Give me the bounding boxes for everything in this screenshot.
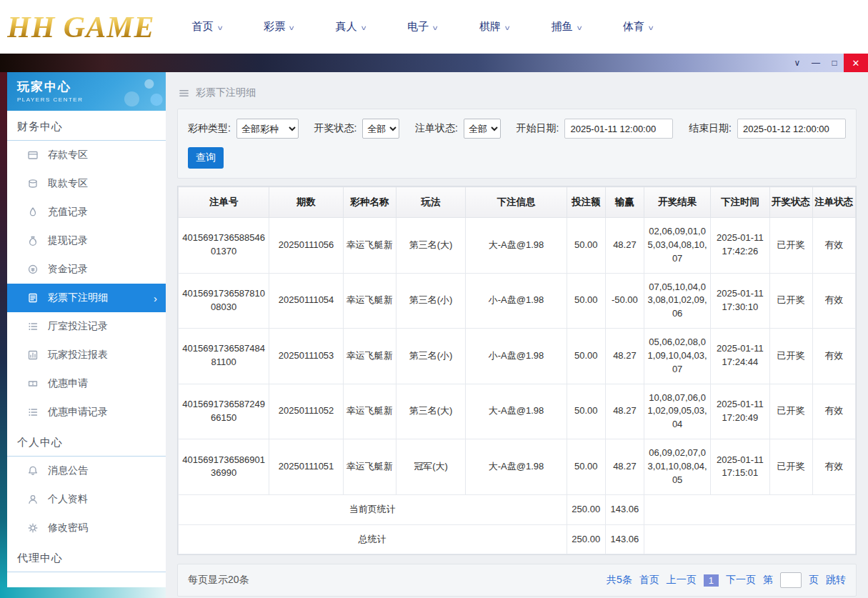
draw-status-select[interactable]: 全部 [362, 119, 399, 139]
sidebar-item-withdraw-zone[interactable]: 取款专区 [7, 169, 166, 198]
summary-bet-amount: 250.00 [567, 494, 605, 524]
column-header: 下注信息 [466, 187, 567, 218]
current-page[interactable]: 1 [704, 574, 719, 587]
cell-order-id: 401569173658690136990 [179, 439, 269, 495]
sidebar-sections: 财务中心存款专区取款专区充值记录提现记录资金记录彩票下注明细›厅室投注记录玩家投… [7, 111, 166, 572]
summary-row: 总统计250.00143.06 [179, 524, 856, 554]
cell-bet-time: 2025-01-11 17:24:44 [711, 329, 769, 384]
window-menu-icon[interactable]: ∨ [788, 54, 807, 72]
nav-item-fishing[interactable]: 捕鱼∨ [552, 20, 582, 34]
cell-win-loss: 48.27 [605, 329, 644, 384]
cell-win-loss: 48.27 [605, 384, 644, 439]
first-page-link[interactable]: 首页 [639, 574, 659, 587]
window-titlebar: ∨ — □ ✕ [0, 54, 868, 72]
search-button[interactable]: 查询 [188, 147, 224, 169]
minimize-button[interactable]: — [807, 54, 825, 72]
bet-detail-table-wrap: 注单号期数彩种名称玩法下注信息投注额输赢开奖结果下注时间开奖状态注单状态 401… [177, 186, 857, 555]
cell-period: 20250111052 [269, 384, 343, 439]
nav-item-lottery[interactable]: 彩票∨ [264, 20, 294, 34]
summary-row: 当前页统计250.00143.06 [179, 494, 856, 524]
sidebar-item-hall-bet-record[interactable]: 厅室投注记录 [7, 312, 166, 341]
sidebar-item-funds-record[interactable]: 资金记录 [7, 255, 166, 284]
gear-icon [27, 522, 39, 534]
breadcrumb: 彩票下注明细 [166, 72, 868, 109]
cell-bet-info: 大-A盘@1.98 [466, 384, 567, 439]
nav-item-label: 首页 [192, 20, 214, 34]
nav-item-electronic[interactable]: 电子∨ [407, 20, 438, 34]
chevron-down-icon: ∨ [432, 24, 439, 31]
cell-period: 20250111051 [269, 439, 343, 495]
order-status-select[interactable]: 全部 [464, 119, 501, 139]
prev-page-link[interactable]: 上一页 [667, 574, 697, 587]
jump-prefix-label: 第 [763, 574, 773, 587]
sidebar-item-withdraw-record[interactable]: 提现记录 [7, 226, 166, 255]
sidebar-item-promo-apply[interactable]: 优惠申请 [7, 369, 166, 398]
cell-order-id: 401569173658781008030 [179, 273, 269, 329]
close-button[interactable]: ✕ [844, 54, 868, 72]
jump-button[interactable]: 跳转 [826, 574, 846, 587]
sidebar-item-change-password[interactable]: 修改密码 [7, 514, 166, 542]
cell-bet-info: 小-A盘@1.98 [466, 329, 567, 384]
cell-draw-result: 02,06,09,01,05,03,04,08,10,07 [644, 218, 710, 274]
sidebar-item-label: 玩家投注报表 [48, 349, 108, 362]
summary-label: 当前页统计 [179, 494, 567, 524]
cell-lottery-name: 幸运飞艇新 [343, 384, 396, 439]
nav-item-home[interactable]: 首页∨ [192, 20, 223, 34]
chevron-down-icon: ∨ [360, 24, 367, 31]
next-page-link[interactable]: 下一页 [726, 574, 756, 587]
sidebar-item-label: 优惠申请 [48, 377, 88, 390]
bell-icon [27, 465, 39, 477]
cell-draw-status: 已开奖 [769, 329, 812, 384]
cell-order-id: 401569173658748481100 [179, 329, 269, 384]
cell-bet-amount: 50.00 [567, 439, 605, 495]
table-row: 40156917365874848110020250111053幸运飞艇新第三名… [179, 329, 856, 384]
sidebar-item-promo-apply-record[interactable]: 优惠申请记录 [7, 398, 166, 427]
sidebar-item-announcements[interactable]: 消息公告 [7, 457, 166, 485]
sidebar-item-player-bet-report[interactable]: 玩家投注报表 [7, 341, 166, 369]
sidebar-item-lottery-bet-detail[interactable]: 彩票下注明细› [7, 284, 166, 312]
cell-bet-info: 大-A盘@1.98 [466, 218, 567, 274]
sidebar-item-profile[interactable]: 个人资料 [7, 485, 166, 514]
nav-item-live[interactable]: 真人∨ [336, 20, 366, 34]
jump-page-input[interactable] [780, 572, 802, 588]
cell-order-status: 有效 [812, 329, 855, 384]
maximize-button[interactable]: □ [825, 54, 844, 72]
cell-draw-status: 已开奖 [769, 273, 812, 329]
sidebar-item-recharge-record[interactable]: 充值记录 [7, 198, 166, 226]
top-header: HH GAME 首页∨彩票∨真人∨电子∨棋牌∨捕鱼∨体育∨ [0, 0, 868, 54]
start-date-input[interactable] [564, 119, 673, 139]
cell-order-id: 401569173658724966150 [179, 384, 269, 439]
column-header: 注单状态 [812, 187, 855, 218]
sidebar-item-label: 提现记录 [48, 234, 88, 247]
nav-item-chess[interactable]: 棋牌∨ [479, 20, 510, 34]
sidebar-item-label: 消息公告 [48, 464, 88, 477]
nav-item-sports[interactable]: 体育∨ [623, 20, 654, 34]
sidebar-item-label: 优惠申请记录 [48, 406, 108, 419]
cell-lottery-name: 幸运飞艇新 [343, 218, 396, 274]
summary-filler [644, 494, 855, 524]
cell-win-loss: 48.27 [605, 218, 644, 274]
cell-draw-result: 10,08,07,06,01,02,09,05,03,04 [644, 384, 710, 439]
chevron-down-icon: ∨ [216, 24, 224, 31]
sidebar-item-label: 充值记录 [48, 206, 88, 219]
sidebar-item-deposit-zone[interactable]: 存款专区 [7, 141, 166, 169]
sidebar-item-label: 个人资料 [48, 493, 88, 506]
cell-win-loss: 48.27 [605, 439, 644, 495]
end-date-input[interactable] [737, 119, 846, 139]
sidebar-header: 玩家中心 PLAYERS CENTER [7, 72, 166, 111]
lottery-type-select[interactable]: 全部彩种 [236, 119, 299, 139]
cell-bet-amount: 50.00 [567, 218, 605, 274]
cell-order-status: 有效 [812, 439, 855, 495]
cell-lottery-name: 幸运飞艇新 [343, 329, 396, 384]
column-header: 下注时间 [711, 187, 769, 218]
cell-bet-time: 2025-01-11 17:30:10 [711, 273, 769, 329]
column-header: 投注额 [567, 187, 605, 218]
document-icon [27, 292, 39, 304]
sidebar-item-label: 取款专区 [48, 177, 88, 190]
pagination-bar: 每页显示20条 共5条 首页 上一页 1 下一页 第 页 跳转 [177, 564, 857, 597]
column-header: 期数 [269, 187, 343, 218]
sidebar-item-label: 资金记录 [48, 263, 88, 276]
list-icon [27, 321, 39, 332]
cell-draw-status: 已开奖 [769, 439, 812, 495]
coin-icon [27, 264, 39, 275]
